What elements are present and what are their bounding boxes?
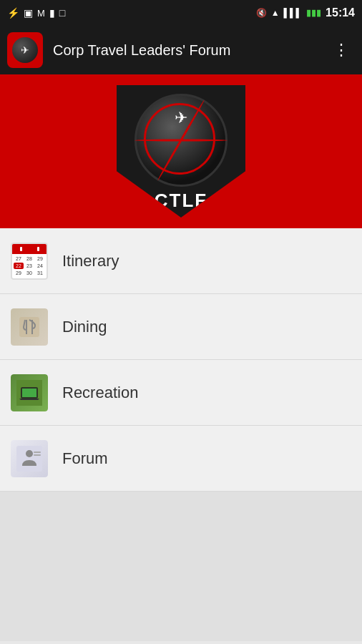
forum-img [11, 440, 48, 477]
battery-charging-icon: ▮ [49, 7, 55, 19]
itinerary-label: Itinerary [62, 252, 119, 270]
svg-rect-7 [34, 454, 41, 456]
recreation-label: Recreation [62, 384, 138, 402]
ctlf-shield: ✈ CTLF [117, 85, 245, 218]
cal-day: 29 [14, 270, 24, 276]
ctlf-globe: ✈ [134, 94, 228, 187]
calendar-body: 27 28 29 22 23 24 29 30 31 [12, 254, 47, 278]
usb-icon: ⚡ [7, 7, 19, 19]
recreation-icon [11, 374, 48, 411]
dining-icon [11, 308, 48, 346]
recreation-img [11, 374, 48, 411]
app-bar: Corp Travel Leaders' Forum ⋮ [0, 26, 362, 74]
signal-icon: ▌▌▌ [284, 8, 303, 18]
svg-point-5 [26, 450, 33, 457]
cal-day: 31 [35, 270, 45, 276]
clock: 15:14 [326, 6, 355, 19]
calendar-top [12, 244, 47, 254]
ctlf-text: CTLF [155, 190, 207, 212]
app-title: Corp Travel Leaders' Forum [53, 42, 318, 59]
hero-banner: ✈ CTLF [0, 74, 362, 228]
overflow-menu-button[interactable]: ⋮ [328, 35, 355, 65]
menu-item-recreation[interactable]: Recreation [0, 360, 362, 426]
forum-icon [11, 440, 48, 477]
forum-label: Forum [62, 449, 108, 468]
calendar-icon: 27 28 29 22 23 24 29 30 31 [11, 243, 48, 280]
status-bar: ⚡ ▣ M ▮ □ 🔇 ▲ ▌▌▌ ▮▮▮ 15:14 [0, 0, 362, 26]
menu-item-dining[interactable]: Dining [0, 294, 362, 360]
cal-day-highlight: 22 [14, 263, 24, 269]
photo-icon: ▣ [24, 7, 33, 19]
battery-icon: ▮▮▮ [306, 8, 321, 18]
menu-list: 27 28 29 22 23 24 29 30 31 Itinerary [0, 228, 362, 492]
wifi-icon: ▲ [271, 8, 280, 18]
menu-item-forum[interactable]: Forum [0, 426, 362, 492]
ctlf-plane-icon: ✈ [175, 109, 187, 127]
gmail-icon: M [37, 8, 45, 19]
cal-day: 23 [24, 263, 34, 269]
bottom-empty-area [0, 492, 362, 641]
mute-icon: 🔇 [256, 8, 267, 18]
cal-day: 24 [35, 263, 45, 269]
dining-img [11, 308, 48, 346]
svg-rect-3 [22, 389, 36, 397]
dining-label: Dining [62, 318, 107, 336]
status-right-icons: 🔇 ▲ ▌▌▌ ▮▮▮ 15:14 [256, 6, 355, 19]
cal-day: 29 [35, 255, 45, 262]
itinerary-icon: 27 28 29 22 23 24 29 30 31 [11, 243, 48, 280]
ctlf-inner: ✈ CTLF [134, 94, 228, 212]
cal-day: 28 [24, 255, 34, 262]
status-left-icons: ⚡ ▣ M ▮ □ [7, 7, 65, 19]
svg-rect-4 [16, 446, 42, 472]
svg-rect-6 [34, 452, 41, 453]
menu-item-itinerary[interactable]: 27 28 29 22 23 24 29 30 31 Itinerary [0, 228, 362, 294]
cal-day: 27 [14, 255, 24, 262]
sim-icon: □ [59, 7, 65, 19]
app-globe [12, 37, 38, 63]
ctlf-logo: ✈ CTLF [117, 85, 245, 218]
app-icon [7, 32, 43, 68]
cal-day: 30 [24, 270, 34, 276]
